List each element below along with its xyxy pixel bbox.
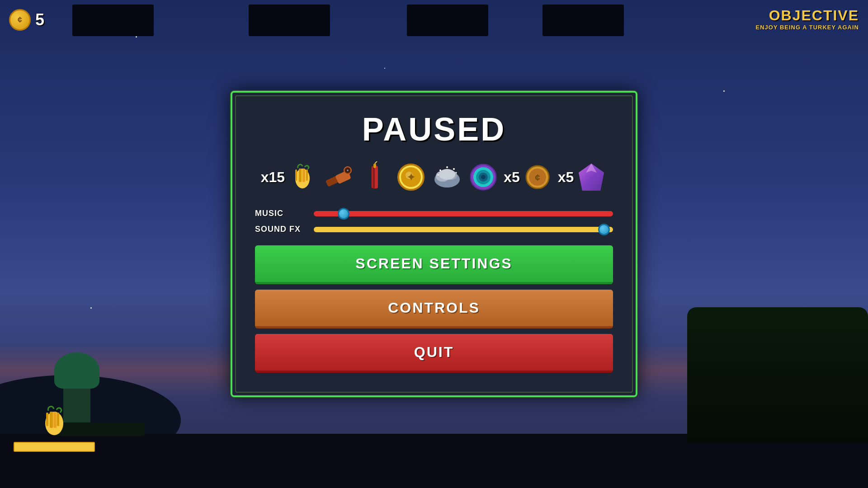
svg-text:¢: ¢ xyxy=(535,173,540,183)
svg-point-23 xyxy=(453,168,455,170)
bronze-coin-icon: ¢ xyxy=(522,161,553,193)
svg-rect-1 xyxy=(299,169,302,182)
bronze-count: x5 xyxy=(504,169,520,186)
soundfx-slider-track[interactable] xyxy=(314,227,613,232)
svg-rect-39 xyxy=(50,412,53,428)
svg-point-25 xyxy=(438,174,439,176)
quit-button[interactable]: QUIT xyxy=(255,334,613,373)
crystal-count: x5 xyxy=(558,169,574,186)
soundfx-label: SOUND FX xyxy=(255,225,305,234)
music-slider-track[interactable] xyxy=(314,211,613,216)
music-slider-thumb[interactable] xyxy=(338,208,349,220)
corn-count: x15 xyxy=(261,169,285,186)
music-slider-row: MUSIC xyxy=(255,209,613,218)
modal-overlay: PAUSED x15 xyxy=(0,0,868,488)
gold-coin-icon: ✦ xyxy=(395,161,427,193)
svg-rect-4 xyxy=(295,169,297,181)
slider-section: MUSIC SOUND FX xyxy=(255,209,613,234)
svg-line-13 xyxy=(375,161,377,164)
pause-title: PAUSED xyxy=(255,111,613,148)
bottom-corn-icon xyxy=(36,402,72,438)
svg-rect-2 xyxy=(302,169,305,182)
svg-point-9 xyxy=(347,169,349,171)
inventory-row: x15 xyxy=(255,161,613,193)
svg-rect-3 xyxy=(306,169,308,181)
corn-icon xyxy=(287,161,318,193)
bottom-progress-bar xyxy=(14,442,95,452)
svg-point-31 xyxy=(481,175,486,179)
svg-text:✦: ✦ xyxy=(407,172,415,183)
powder-icon xyxy=(431,161,463,193)
pause-modal: PAUSED x15 xyxy=(231,91,637,397)
svg-rect-42 xyxy=(46,413,48,426)
telescope-icon xyxy=(323,161,354,193)
bottom-left-hud xyxy=(14,402,95,452)
screen-settings-button[interactable]: SCREEN SETTINGS xyxy=(255,245,613,284)
firecracker-icon xyxy=(359,161,391,193)
portal-icon xyxy=(467,161,499,193)
svg-point-24 xyxy=(446,166,448,168)
soundfx-slider-thumb[interactable] xyxy=(598,224,610,235)
crystal-icon xyxy=(576,161,607,193)
svg-rect-12 xyxy=(373,164,376,168)
soundfx-slider-row: SOUND FX xyxy=(255,225,613,234)
inventory-item-crystal: x5 xyxy=(558,161,608,193)
svg-rect-40 xyxy=(53,412,57,428)
svg-point-26 xyxy=(456,172,457,174)
svg-rect-41 xyxy=(57,413,59,426)
inventory-item-corn: x15 xyxy=(261,161,318,193)
svg-point-22 xyxy=(439,169,441,171)
svg-point-21 xyxy=(439,169,455,180)
controls-button[interactable]: CONTROLS xyxy=(255,290,613,328)
inventory-item-bronze: x5 ¢ xyxy=(504,161,553,193)
music-label: MUSIC xyxy=(255,209,305,218)
svg-rect-11 xyxy=(373,166,375,188)
